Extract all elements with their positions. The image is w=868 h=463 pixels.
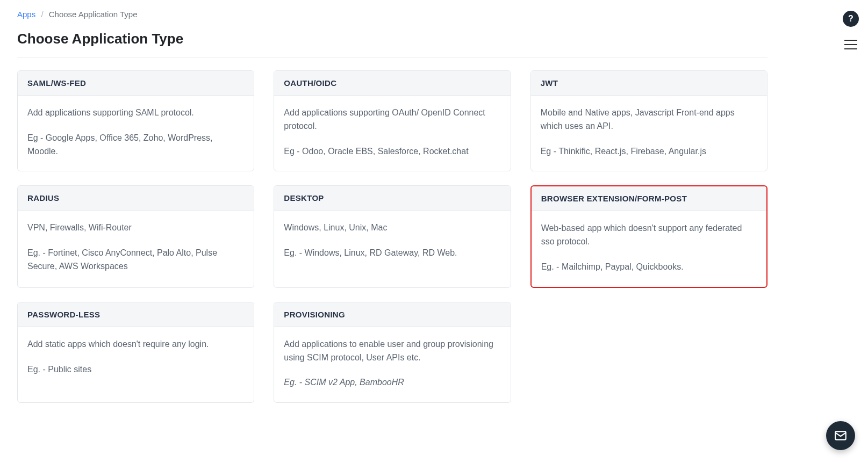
card-example: Eg. - Fortinet, Cisco AnyConnect, Palo A… <box>27 247 244 273</box>
card-title: OAUTH/OIDC <box>274 71 510 96</box>
breadcrumb: Apps / Choose Application Type <box>17 10 767 19</box>
card-description: Add applications to enable user and grou… <box>284 338 500 365</box>
app-type-card[interactable]: JWTMobile and Native apps, Javascript Fr… <box>530 70 767 171</box>
breadcrumb-separator: / <box>41 10 43 19</box>
card-body: Add static apps which doesn't require an… <box>18 327 254 389</box>
app-type-card[interactable]: PASSWORD-LESSAdd static apps which doesn… <box>17 302 254 403</box>
breadcrumb-root-link[interactable]: Apps <box>17 10 35 19</box>
card-example: Eg. - Mailchimp, Paypal, Quickbooks. <box>541 261 757 274</box>
card-body: Add applications to enable user and grou… <box>274 327 510 402</box>
app-type-card[interactable]: PROVISIONINGAdd applications to enable u… <box>274 302 511 403</box>
card-description: Windows, Linux, Unix, Mac <box>284 221 500 235</box>
card-example: Eg. - Public sites <box>27 363 244 377</box>
card-example: Eg - Google Apps, Office 365, Zoho, Word… <box>27 132 244 158</box>
title-divider <box>17 57 767 57</box>
card-title: JWT <box>531 71 767 96</box>
card-example: Eg. - Windows, Linux, RD Gateway, RD Web… <box>284 247 500 260</box>
app-type-card[interactable]: OAUTH/OIDCAdd applications supporting OA… <box>274 70 511 171</box>
card-body: Mobile and Native apps, Javascript Front… <box>531 96 767 171</box>
breadcrumb-current: Choose Application Type <box>49 10 138 19</box>
card-body: VPN, Firewalls, Wifi-RouterEg. - Fortine… <box>18 211 254 286</box>
right-side-rail: ? <box>834 0 868 463</box>
card-title: PROVISIONING <box>274 302 510 327</box>
card-description: Add applications supporting SAML protoco… <box>27 106 244 120</box>
card-body: Add applications supporting OAuth/ OpenI… <box>274 96 510 171</box>
card-example: Eg - Thinkific, React.js, Firebase, Angu… <box>541 145 757 158</box>
card-body: Web-based app which doesn't support any … <box>532 211 766 286</box>
app-type-grid: SAML/WS-FEDAdd applications supporting S… <box>17 70 767 403</box>
card-description: VPN, Firewalls, Wifi-Router <box>27 221 244 235</box>
card-body: Add applications supporting SAML protoco… <box>18 96 254 171</box>
mail-icon <box>834 429 848 443</box>
hamburger-menu-icon[interactable] <box>844 40 857 49</box>
app-type-card[interactable]: DESKTOPWindows, Linux, Unix, MacEg. - Wi… <box>274 185 511 287</box>
app-type-card[interactable]: SAML/WS-FEDAdd applications supporting S… <box>17 70 254 171</box>
card-title: RADIUS <box>18 186 254 211</box>
app-type-card[interactable]: BROWSER EXTENSION/FORM-POSTWeb-based app… <box>530 185 767 287</box>
app-type-card[interactable]: RADIUSVPN, Firewalls, Wifi-RouterEg. - F… <box>17 185 254 287</box>
page-title: Choose Application Type <box>17 31 767 47</box>
card-body: Windows, Linux, Unix, MacEg. - Windows, … <box>274 211 510 273</box>
card-description: Add static apps which doesn't require an… <box>27 338 244 351</box>
card-title: SAML/WS-FED <box>18 71 254 96</box>
card-example: Eg. - SCIM v2 App, BambooHR <box>284 376 500 389</box>
card-description: Mobile and Native apps, Javascript Front… <box>541 106 757 133</box>
card-description: Web-based app which doesn't support any … <box>541 222 757 249</box>
card-example: Eg - Odoo, Oracle EBS, Salesforce, Rocke… <box>284 145 500 158</box>
card-title: DESKTOP <box>274 186 510 211</box>
card-title: PASSWORD-LESS <box>18 302 254 327</box>
chat-fab-button[interactable] <box>826 421 855 450</box>
card-title: BROWSER EXTENSION/FORM-POST <box>532 186 766 211</box>
help-icon[interactable]: ? <box>843 11 859 27</box>
card-description: Add applications supporting OAuth/ OpenI… <box>284 106 500 133</box>
